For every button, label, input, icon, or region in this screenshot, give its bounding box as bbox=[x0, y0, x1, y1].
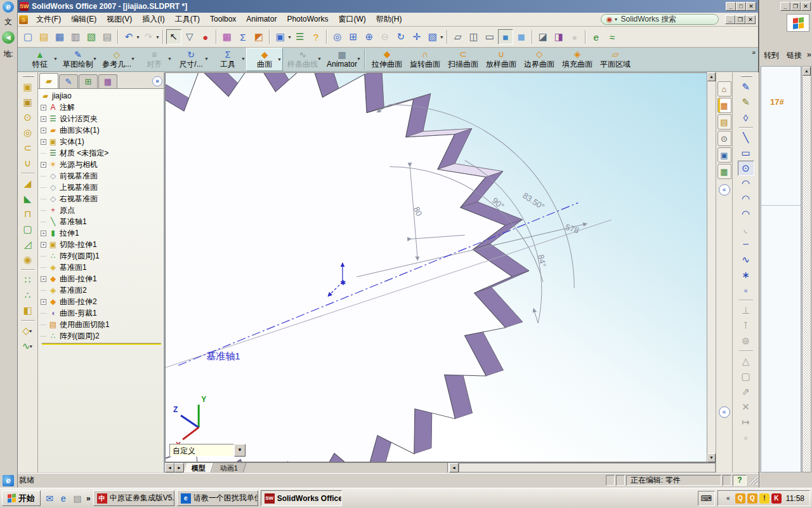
quick-tips-icon[interactable]: ? bbox=[733, 475, 747, 486]
dimension-label[interactable]: 578 bbox=[564, 222, 580, 236]
rebuild-icon[interactable]: ● bbox=[198, 29, 213, 44]
panel-tab-dimxpert[interactable]: ▦ bbox=[98, 74, 117, 88]
selection-box-icon[interactable]: ▫ bbox=[738, 283, 754, 298]
standard-views-icon[interactable]: ▧ bbox=[425, 29, 440, 44]
cm-tab-surfaces[interactable]: ◆曲面▼ bbox=[246, 48, 283, 71]
appearance-icon[interactable]: ◩ bbox=[251, 29, 266, 44]
undo-icon[interactable]: ↶ bbox=[121, 29, 136, 44]
menu-4[interactable]: 插入(I) bbox=[137, 13, 169, 25]
linear-pattern-icon[interactable]: ∷ bbox=[20, 272, 36, 288]
tools-dropdown-icon[interactable]: ▼ bbox=[241, 57, 246, 61]
filled-surface-button[interactable]: ◈填充曲面 bbox=[558, 48, 596, 71]
surfaces-dropdown-icon[interactable]: ▼ bbox=[277, 57, 282, 62]
tree-item[interactable]: ◈基准面2 bbox=[39, 284, 164, 296]
internet-explorer-icon[interactable]: e bbox=[3, 1, 14, 13]
tree-item[interactable]: +▣实体(1) bbox=[39, 136, 164, 147]
chamfer-icon[interactable]: ◣ bbox=[20, 191, 36, 206]
graphics-viewport[interactable]: 83.50°90°8084°578基准轴1✱YZX 自定义 ▼ bbox=[165, 72, 707, 462]
dimension-label[interactable]: 83.50° bbox=[521, 190, 546, 211]
line-icon[interactable]: ╲ bbox=[738, 130, 754, 145]
shaded-with-edges-icon[interactable]: ■ bbox=[498, 29, 513, 44]
doc-tab-animation[interactable]: 动画1 bbox=[213, 463, 247, 472]
undo-dropdown-icon[interactable]: ▼ bbox=[136, 35, 140, 39]
hole-wizard-icon[interactable]: ◉ bbox=[20, 252, 36, 267]
cm-tab-sketch[interactable]: ✎草图绘制▼ bbox=[58, 48, 98, 71]
zoom-in-out-icon[interactable]: ⊕ bbox=[362, 29, 377, 44]
taskpane-tab-view-palette[interactable]: ▣ bbox=[717, 147, 731, 163]
viewport-scroll-up-icon[interactable]: ▲ bbox=[707, 72, 716, 81]
tree-item[interactable]: +☀光源与相机 bbox=[39, 159, 164, 170]
features-dropdown-icon[interactable]: ▼ bbox=[53, 57, 58, 61]
tree-item[interactable]: ◇右视基准面 bbox=[39, 193, 164, 204]
curves-icon[interactable]: ∿ ▼ bbox=[20, 338, 36, 354]
outlook-express-icon[interactable]: ✉ bbox=[43, 492, 56, 505]
menu-6[interactable]: Toolbox bbox=[205, 13, 241, 25]
circular-pattern-icon[interactable]: ∴ bbox=[20, 288, 36, 303]
menu-7[interactable]: Animator bbox=[241, 13, 282, 25]
revolved-cut-icon[interactable]: ◎ bbox=[20, 125, 36, 140]
tab-scroll-right-icon[interactable]: ► bbox=[174, 463, 184, 472]
expand-icon[interactable]: + bbox=[41, 299, 46, 305]
combo-dropdown-icon[interactable]: ▼ bbox=[234, 444, 246, 457]
reference-geometry-icon[interactable]: ◇ ▼ bbox=[20, 323, 36, 338]
axis-annotation-label[interactable]: 基准轴1 bbox=[206, 351, 240, 361]
view-orientation-combo[interactable]: 自定义 ▼ bbox=[169, 444, 246, 457]
tree-item[interactable]: +◆曲面-拉伸2 bbox=[39, 296, 164, 307]
align-dropdown-icon[interactable]: ▼ bbox=[167, 57, 172, 61]
reference-geometry-dropdown-icon[interactable]: ▼ bbox=[131, 57, 135, 61]
menu-1[interactable]: 文件(F) bbox=[31, 13, 66, 25]
taskpane-tab-design-library[interactable]: ▤ bbox=[717, 114, 731, 130]
tree-item[interactable]: ◇上视基准面 bbox=[39, 182, 164, 193]
mdi-restore-button[interactable]: ❐ bbox=[735, 15, 745, 24]
viewport-vertical-scrollbar[interactable]: ▲ ▼ bbox=[707, 72, 716, 462]
taskpane-collapse-icon[interactable]: « bbox=[719, 184, 730, 196]
make-assembly-icon[interactable]: ▧ bbox=[84, 29, 99, 44]
go-back-icon[interactable]: ◄ bbox=[2, 31, 15, 44]
tree-item[interactable]: ▰jiajiao bbox=[39, 90, 164, 102]
revolved-surface-button[interactable]: ∩旋转曲面 bbox=[406, 48, 444, 71]
tree-item[interactable]: ╲基准轴1 bbox=[39, 216, 164, 227]
shaded-icon[interactable]: ◼ bbox=[514, 29, 529, 44]
new-document-icon[interactable]: ▢ bbox=[20, 29, 36, 44]
menu-10[interactable]: 帮助(H) bbox=[371, 13, 407, 25]
hscroll-left-icon[interactable]: ◄ bbox=[449, 463, 459, 472]
keyboard-layout-icon[interactable]: ⌨ bbox=[698, 491, 715, 506]
dimensions-relations-dropdown-icon[interactable]: ▼ bbox=[204, 57, 209, 61]
edit-color-icon[interactable]: ▦ bbox=[219, 29, 235, 44]
qq-1-icon[interactable]: Q bbox=[735, 493, 745, 504]
rectangle-icon[interactable]: ▭ bbox=[738, 145, 754, 161]
tree-item[interactable]: ∴阵列(圆周)1 bbox=[39, 250, 164, 262]
hidden-lines-visible-icon[interactable]: ◫ bbox=[466, 29, 481, 44]
swept-cut-icon[interactable]: ⊂ bbox=[20, 140, 36, 156]
draft-icon[interactable]: ◿ bbox=[20, 237, 36, 252]
search-box[interactable]: ◉ ▼ SolidWorks 搜索 bbox=[601, 14, 719, 25]
spline-tools-dropdown-icon[interactable]: ▼ bbox=[317, 57, 322, 61]
tab-scroll-left-icon[interactable]: ◄ bbox=[165, 463, 174, 472]
dimension-label[interactable]: 84° bbox=[536, 254, 548, 268]
extruded-cut-icon[interactable]: ▣ bbox=[20, 95, 36, 110]
save-icon[interactable]: ▦ bbox=[52, 29, 67, 44]
mdi-minimize-button[interactable]: _ bbox=[725, 15, 735, 24]
pan-icon[interactable]: ✛ bbox=[409, 29, 424, 44]
tangent-arc-icon[interactable]: ◠ bbox=[738, 191, 754, 206]
select-icon[interactable]: ↖ bbox=[166, 29, 181, 44]
photoworks-render-icon[interactable]: e bbox=[589, 29, 604, 44]
toolbar-overflow-chevron[interactable]: » bbox=[749, 48, 758, 71]
outer-minimize-button[interactable]: _ bbox=[780, 2, 790, 11]
menu-5[interactable]: 工具(T) bbox=[170, 13, 205, 25]
tree-item[interactable]: +▣切除-拉伸1 bbox=[39, 239, 164, 250]
panel-tab-propertymanager[interactable]: ✎ bbox=[59, 74, 78, 88]
taskpane-tab-solidworks-resources[interactable]: ▦ bbox=[717, 98, 731, 113]
taskbar-task-solidworks[interactable]: SWSolidWorks Office 2... bbox=[261, 490, 342, 506]
rollback-bar[interactable] bbox=[42, 343, 161, 345]
centerpoint-arc-icon[interactable]: ◠ bbox=[738, 176, 754, 191]
expand-icon[interactable]: + bbox=[41, 231, 46, 236]
tree-item[interactable]: ◇前视基准面 bbox=[39, 170, 164, 182]
print-icon[interactable]: ▤ bbox=[100, 29, 115, 44]
expand-icon[interactable]: + bbox=[41, 139, 46, 145]
tree-item[interactable]: ◖曲面-剪裁1 bbox=[39, 307, 164, 319]
menu-2[interactable]: 编辑(E) bbox=[66, 13, 102, 25]
menu-9[interactable]: 窗口(W) bbox=[334, 13, 371, 25]
modify-sketch-icon[interactable]: ◊ bbox=[738, 110, 754, 125]
go-button[interactable]: 转到 bbox=[761, 48, 782, 63]
